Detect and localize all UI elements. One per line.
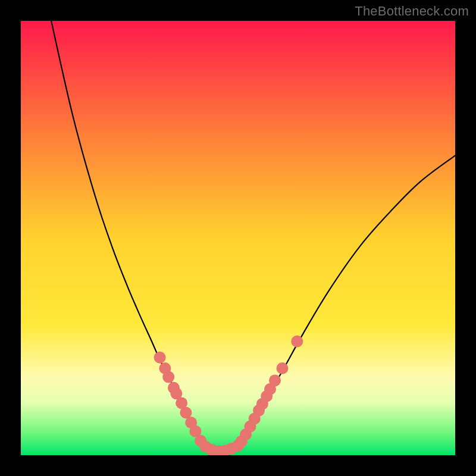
data-marker — [154, 352, 166, 364]
svg-rect-0 — [21, 21, 455, 455]
data-marker — [276, 362, 288, 374]
data-marker — [291, 336, 303, 347]
plot-svg — [21, 21, 455, 455]
chart-frame: TheBottleneck.com — [0, 0, 476, 476]
watermark-text: TheBottleneck.com — [355, 4, 469, 19]
data-marker — [162, 371, 174, 383]
plot-area — [21, 21, 455, 455]
data-marker — [269, 374, 281, 386]
